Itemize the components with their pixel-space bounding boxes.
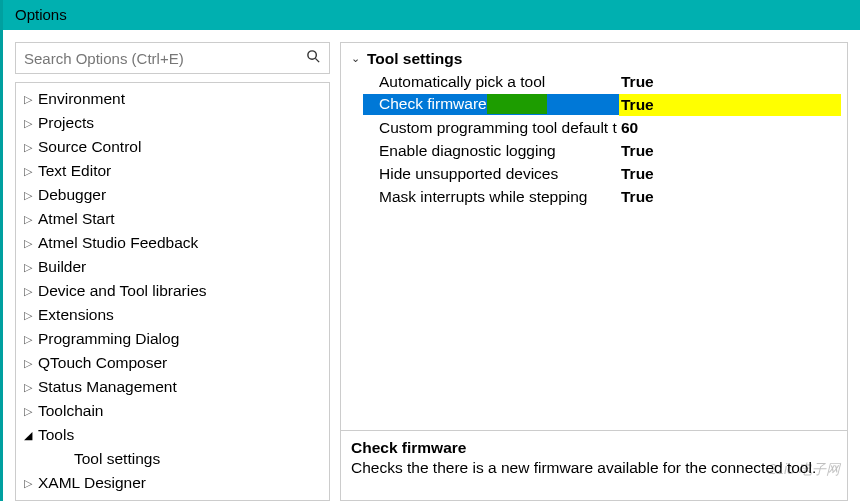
tree-item-label: Projects	[38, 114, 94, 132]
tree-item-builder[interactable]: ▷Builder	[16, 255, 329, 279]
chevron-down-icon: ⌄	[347, 52, 363, 65]
tree-item-qtouch-composer[interactable]: ▷QTouch Composer	[16, 351, 329, 375]
search-box[interactable]	[15, 42, 330, 74]
chevron-collapsed-icon: ▷	[24, 237, 38, 250]
tree-item-text-editor[interactable]: ▷Text Editor	[16, 159, 329, 183]
category-tree[interactable]: ▷Environment▷Projects▷Source Control▷Tex…	[15, 82, 330, 501]
chevron-collapsed-icon: ▷	[24, 189, 38, 202]
svg-point-0	[308, 51, 316, 59]
window-title: Options	[15, 6, 67, 23]
description-title: Check firmware	[351, 439, 837, 457]
chevron-expanded-icon: ◢	[24, 429, 38, 442]
category-label: Tool settings	[363, 50, 619, 68]
property-value[interactable]: True	[619, 188, 841, 206]
svg-line-1	[315, 58, 319, 62]
property-grid[interactable]: ⌄Tool settingsAutomatically pick a toolT…	[340, 42, 848, 431]
chevron-collapsed-icon: ▷	[24, 357, 38, 370]
property-label: Custom programming tool default t	[363, 119, 619, 137]
chevron-collapsed-icon: ▷	[24, 309, 38, 322]
property-row[interactable]: Check firmwareTrue	[347, 93, 841, 116]
chevron-collapsed-icon: ▷	[24, 405, 38, 418]
tree-item-projects[interactable]: ▷Projects	[16, 111, 329, 135]
property-label: Hide unsupported devices	[363, 165, 619, 183]
tree-item-atmel-studio-feedback[interactable]: ▷Atmel Studio Feedback	[16, 231, 329, 255]
tree-item-label: Atmel Start	[38, 210, 115, 228]
tree-item-label: Builder	[38, 258, 86, 276]
right-panel: ⌄Tool settingsAutomatically pick a toolT…	[340, 42, 848, 501]
tree-item-label: Source Control	[38, 138, 141, 156]
tree-item-xaml-designer[interactable]: ▷XAML Designer	[16, 471, 329, 495]
tree-item-label: Device and Tool libraries	[38, 282, 207, 300]
tree-item-extensions[interactable]: ▷Extensions	[16, 303, 329, 327]
chevron-collapsed-icon: ▷	[24, 165, 38, 178]
tree-item-label: Debugger	[38, 186, 106, 204]
tree-item-label: Atmel Studio Feedback	[38, 234, 198, 252]
tree-item-label: Status Management	[38, 378, 177, 396]
description-body: Checks the there is a new firmware avail…	[351, 459, 837, 477]
property-row[interactable]: Automatically pick a toolTrue	[347, 70, 841, 93]
tree-item-label: Environment	[38, 90, 125, 108]
property-label: Automatically pick a tool	[363, 73, 619, 91]
tree-item-tool-settings[interactable]: Tool settings	[16, 447, 329, 471]
property-row[interactable]: Hide unsupported devicesTrue	[347, 162, 841, 185]
tree-item-label: Programming Dialog	[38, 330, 179, 348]
description-box: Check firmware Checks the there is a new…	[340, 431, 848, 501]
tree-item-label: Extensions	[38, 306, 114, 324]
chevron-collapsed-icon: ▷	[24, 333, 38, 346]
tree-item-device-and-tool-libraries[interactable]: ▷Device and Tool libraries	[16, 279, 329, 303]
tree-item-debugger[interactable]: ▷Debugger	[16, 183, 329, 207]
property-row[interactable]: Mask interrupts while steppingTrue	[347, 185, 841, 208]
highlight-marker	[487, 94, 547, 114]
chevron-collapsed-icon: ▷	[24, 141, 38, 154]
left-panel: ▷Environment▷Projects▷Source Control▷Tex…	[15, 42, 330, 501]
property-value[interactable]: True	[619, 142, 841, 160]
property-label: Check firmware	[363, 94, 619, 115]
search-input[interactable]	[16, 43, 299, 73]
chevron-collapsed-icon: ▷	[24, 213, 38, 226]
tree-item-label: Tools	[38, 426, 74, 444]
tree-item-label: QTouch Composer	[38, 354, 167, 372]
property-value[interactable]: True	[619, 94, 841, 116]
chevron-collapsed-icon: ▷	[24, 285, 38, 298]
chevron-collapsed-icon: ▷	[24, 381, 38, 394]
property-label: Mask interrupts while stepping	[363, 188, 619, 206]
tree-item-environment[interactable]: ▷Environment	[16, 87, 329, 111]
window-titlebar: Options	[3, 0, 860, 30]
tree-item-label: Text Editor	[38, 162, 111, 180]
content-area: ▷Environment▷Projects▷Source Control▷Tex…	[3, 30, 860, 501]
property-row[interactable]: Enable diagnostic loggingTrue	[347, 139, 841, 162]
tree-item-label: XAML Designer	[38, 474, 146, 492]
tree-item-atmel-start[interactable]: ▷Atmel Start	[16, 207, 329, 231]
tree-item-source-control[interactable]: ▷Source Control	[16, 135, 329, 159]
property-row[interactable]: Custom programming tool default t60	[347, 116, 841, 139]
property-value[interactable]: True	[619, 165, 841, 183]
property-category[interactable]: ⌄Tool settings	[347, 47, 841, 70]
tree-item-programming-dialog[interactable]: ▷Programming Dialog	[16, 327, 329, 351]
search-icon[interactable]	[306, 49, 321, 67]
tree-item-label: Toolchain	[38, 402, 104, 420]
property-label: Enable diagnostic logging	[363, 142, 619, 160]
property-value[interactable]: True	[619, 73, 841, 91]
property-value[interactable]: 60	[619, 119, 841, 137]
tree-item-label: Tool settings	[74, 450, 160, 468]
tree-item-status-management[interactable]: ▷Status Management	[16, 375, 329, 399]
chevron-collapsed-icon: ▷	[24, 477, 38, 490]
tree-item-toolchain[interactable]: ▷Toolchain	[16, 399, 329, 423]
chevron-collapsed-icon: ▷	[24, 93, 38, 106]
chevron-collapsed-icon: ▷	[24, 261, 38, 274]
tree-item-tools[interactable]: ◢Tools	[16, 423, 329, 447]
chevron-collapsed-icon: ▷	[24, 117, 38, 130]
